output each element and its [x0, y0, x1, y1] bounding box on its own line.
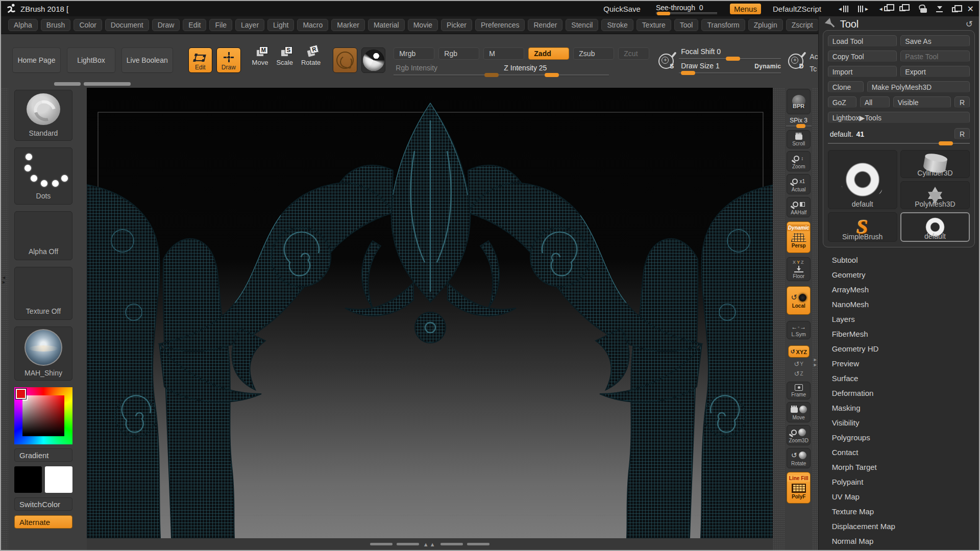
switchcolor-button[interactable]: SwitchColor [14, 497, 72, 511]
frame-button[interactable]: Frame [787, 382, 811, 399]
lock-icon[interactable] [920, 8, 927, 13]
draw-size-slider[interactable]: Draw Size 1 Dynamic [679, 62, 781, 74]
menu-item[interactable]: Macro [297, 19, 328, 31]
dock-left-icon[interactable]: ◄ [878, 6, 890, 12]
tool-thumb-default-small[interactable]: default [900, 212, 970, 242]
menu-item[interactable]: Draw [152, 19, 180, 31]
sculpt-brush-icon[interactable]: S [658, 54, 674, 69]
menu-item[interactable]: Material [368, 19, 405, 31]
tool-section-header[interactable]: Surface [823, 371, 975, 386]
quicksave-button[interactable]: QuickSave [603, 5, 641, 13]
menu-item[interactable]: Tool [674, 19, 699, 31]
tool-section-header[interactable]: Visibility [823, 415, 975, 430]
move3d-button[interactable]: Move [787, 402, 811, 422]
aahalf-button[interactable]: AAHalf [787, 197, 811, 217]
main-color-swatch[interactable] [14, 466, 42, 493]
floor-button[interactable]: XYZ Floor [787, 257, 811, 281]
persp-button[interactable]: Dynamic Persp [787, 221, 811, 253]
scroll-bar-segment[interactable] [397, 543, 419, 545]
zsub-button[interactable]: Zsub [573, 47, 614, 60]
tool-section-header[interactable]: Contact [823, 445, 975, 460]
lightbox-button[interactable]: LightBox [67, 47, 115, 73]
minimize-icon[interactable] [936, 6, 943, 12]
all-button[interactable]: All [860, 96, 890, 108]
restore-icon[interactable] [952, 7, 958, 12]
goz-r-button[interactable]: R [954, 96, 970, 108]
dock-right-icon[interactable]: ► [899, 6, 911, 12]
tool-thumb-simplebrush[interactable]: S SimpleBrush [828, 212, 897, 242]
saturation-square[interactable] [22, 395, 64, 436]
tool-section-header[interactable]: Deformation [823, 386, 975, 400]
menu-item[interactable]: Brush [41, 19, 71, 31]
make-polymesh3d-button[interactable]: Make PolyMesh3D [867, 81, 970, 93]
left-edge-divider[interactable]: ◄► [1, 88, 8, 550]
zadd-button[interactable]: Zadd [528, 47, 569, 60]
menu-item[interactable]: Stroke [601, 19, 633, 31]
home-page-button[interactable]: Home Page [12, 47, 61, 73]
tool-section-header[interactable]: FiberMesh [823, 327, 975, 341]
menu-item[interactable]: Picker [441, 19, 472, 31]
export-button[interactable]: Export [900, 66, 970, 78]
menu-item[interactable]: Marker [331, 19, 365, 31]
current-tool-well[interactable] [333, 47, 357, 73]
edit-button[interactable]: Edit [188, 47, 213, 73]
tool-section-header[interactable]: Morph Target [823, 460, 975, 474]
bpr-button[interactable]: BPR [787, 89, 811, 114]
copy-tool-button[interactable]: Copy Tool [828, 51, 897, 62]
scroll-bar-segment[interactable] [440, 543, 463, 545]
menu-item[interactable]: Texture [636, 19, 671, 31]
slider-r-button[interactable]: R [954, 128, 970, 140]
actual-button[interactable]: x1 Actual [787, 174, 811, 194]
focal-shift-slider[interactable]: Focal Shift 0 [679, 47, 781, 60]
draw-button[interactable]: Draw [216, 47, 241, 73]
menu-item[interactable]: Document [105, 19, 149, 31]
tool-section-header[interactable]: Vector Displacement Map [823, 548, 975, 550]
polyf-button[interactable]: Line Fill PolyF [787, 472, 811, 504]
tray-scrollbar[interactable] [54, 82, 131, 86]
gradient-button[interactable]: Gradient [14, 448, 72, 462]
tool-section-header[interactable]: NanoMesh [823, 297, 975, 312]
shelf-panel-divider[interactable]: ►► [812, 88, 818, 550]
canvas-bottom-scrollbar[interactable]: ▲▲ [87, 538, 773, 550]
dynamic-label[interactable]: Dynamic [754, 63, 781, 70]
tool-section-header[interactable]: Preview [823, 356, 975, 371]
zoom3d-button[interactable]: Zoom3D [787, 425, 811, 445]
menu-item[interactable]: Layer [235, 19, 264, 31]
menu-item[interactable]: Movie [408, 19, 438, 31]
menu-item[interactable]: Render [528, 19, 562, 31]
menu-item[interactable]: Color [74, 19, 102, 31]
panel-restore-icon[interactable]: ↺ [966, 19, 973, 30]
tool-resolution-slider[interactable]: default. 41 R [828, 128, 970, 144]
menu-item[interactable]: Preferences [475, 19, 525, 31]
tray-collapse-left-icon[interactable]: ◄ [838, 6, 849, 12]
tool-thumb-default-large[interactable]: default [828, 150, 897, 209]
tool-section-header[interactable]: Masking [823, 400, 975, 415]
brush-selector[interactable]: Standard [14, 90, 72, 141]
menu-item[interactable]: Alpha [8, 19, 38, 31]
load-tool-button[interactable]: Load Tool [828, 35, 897, 47]
clone-button[interactable]: Clone [828, 81, 864, 93]
scroll-bar-segment[interactable] [370, 543, 393, 545]
secondary-color-swatch[interactable] [45, 466, 72, 493]
local-button[interactable]: ↺ Local [787, 286, 811, 315]
tray-collapse-right-icon[interactable]: ► [858, 6, 869, 12]
mrgb-button[interactable]: Mrgb [394, 47, 434, 60]
tool-thumb-cylinder3d[interactable]: Cylinder3D [900, 150, 970, 178]
default-zscript-button[interactable]: DefaultZScript [773, 5, 821, 13]
tool-section-header[interactable]: Displacement Map [823, 519, 975, 534]
menu-item[interactable]: Stencil [566, 19, 598, 31]
tool-section-header[interactable]: Polypaint [823, 474, 975, 489]
zcut-button[interactable]: Zcut [618, 47, 649, 60]
rotate-button[interactable]: R Rotate [301, 49, 321, 66]
menu-item[interactable]: File [209, 19, 232, 31]
see-through-track[interactable] [656, 12, 717, 14]
canvas-shelf-divider[interactable] [773, 88, 786, 550]
stroke-selector[interactable]: Dots [14, 147, 72, 205]
rotate-z-toggle[interactable]: ↺Z [794, 370, 803, 378]
tool-thumb-polymesh3d[interactable]: PolyMesh3D [900, 181, 970, 209]
rgb-button[interactable]: Rgb [438, 47, 479, 60]
menu-item[interactable]: Zscript [786, 19, 819, 31]
tool-section-header[interactable]: Subtool [823, 253, 975, 267]
texture-selector[interactable]: Texture Off [14, 267, 72, 320]
tool-section-header[interactable]: Layers [823, 312, 975, 327]
